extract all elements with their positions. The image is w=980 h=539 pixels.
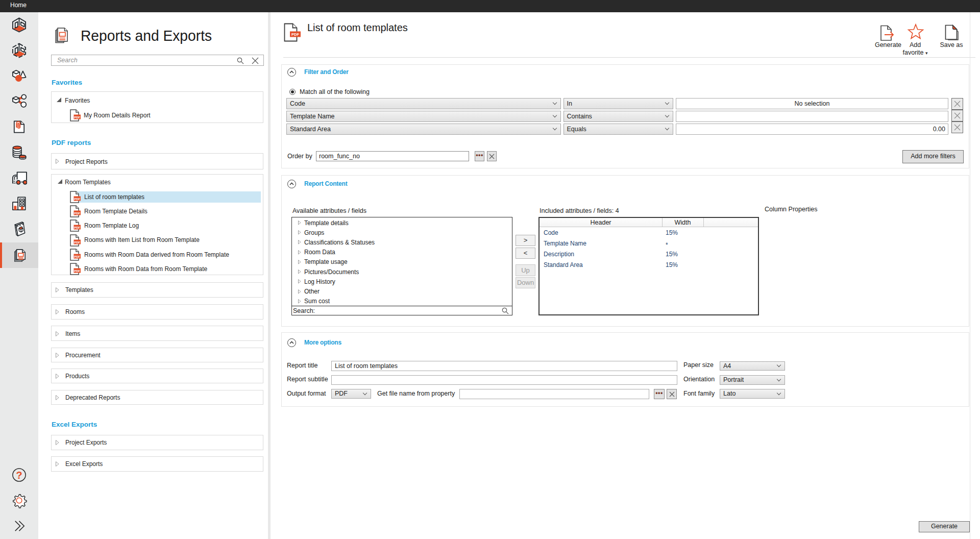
- svg-text:PDF: PDF: [74, 116, 80, 119]
- svg-text:?: ?: [16, 470, 22, 481]
- svg-text:PDF: PDF: [291, 32, 299, 37]
